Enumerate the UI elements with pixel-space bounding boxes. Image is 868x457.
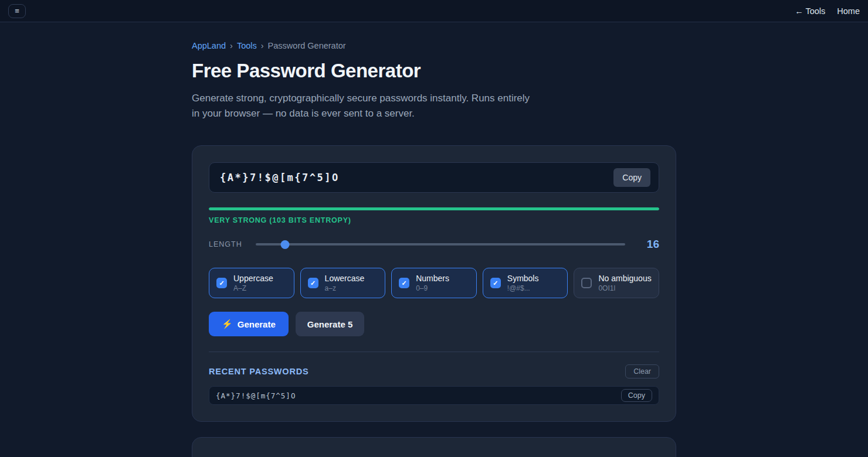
option-no-ambiguous[interactable]: No ambiguous 0OI1l xyxy=(574,268,659,298)
option-sublabel: !@#$... xyxy=(507,284,539,292)
strength-label: VERY STRONG (103 BITS ENTROPY) xyxy=(209,216,659,224)
option-sublabel: A–Z xyxy=(233,284,273,292)
option-symbols[interactable]: ✓ Symbols !@#$... xyxy=(483,268,568,298)
recent-password-text: {A*}7!$@[m{7^5]O xyxy=(216,391,296,400)
option-lowercase[interactable]: ✓ Lowercase a–z xyxy=(300,268,386,298)
generate-button-label: Generate xyxy=(238,319,276,329)
option-sublabel: a–z xyxy=(325,284,365,292)
option-label: No ambiguous xyxy=(598,274,651,283)
option-label: Uppercase xyxy=(233,274,273,283)
option-label: Symbols xyxy=(507,274,539,283)
recent-password-row: {A*}7!$@[m{7^5]O Copy xyxy=(209,386,659,405)
copy-password-button[interactable]: Copy xyxy=(613,168,650,187)
breadcrumb-appland-link[interactable]: AppLand xyxy=(192,41,226,50)
nav-tools-link[interactable]: ← Tools xyxy=(795,6,825,16)
recent-copy-button[interactable]: Copy xyxy=(621,389,652,402)
lowercase-checkbox[interactable]: ✓ xyxy=(308,278,318,288)
page-container: AppLand›Tools›Password Generator Free Pa… xyxy=(192,41,676,457)
breadcrumb-current: Password Generator xyxy=(268,41,346,50)
option-sublabel: 0OI1l xyxy=(598,284,651,292)
breadcrumb-separator: › xyxy=(261,41,264,50)
lightning-icon: ⚡ xyxy=(222,319,233,329)
symbols-checkbox[interactable]: ✓ xyxy=(490,278,501,288)
generated-password: {A*}7!$@[m{7^5]O xyxy=(220,172,340,183)
breadcrumb: AppLand›Tools›Password Generator xyxy=(192,41,676,50)
page-title: Free Password Generator xyxy=(192,60,676,82)
nav-home-link[interactable]: Home xyxy=(837,6,860,16)
hamburger-icon: ≡ xyxy=(15,7,19,15)
generator-card: {A*}7!$@[m{7^5]O Copy VERY STRONG (103 B… xyxy=(192,145,676,422)
length-label: LENGTH xyxy=(209,240,256,248)
uppercase-checkbox[interactable]: ✓ xyxy=(216,278,227,288)
length-slider[interactable] xyxy=(256,240,625,249)
recent-passwords-header: RECENT PASSWORDS Clear xyxy=(209,364,659,378)
length-slider-thumb[interactable] xyxy=(281,240,290,249)
option-label: Lowercase xyxy=(325,274,365,283)
length-slider-track xyxy=(256,243,625,245)
section-divider xyxy=(209,352,659,352)
recent-passwords-title: RECENT PASSWORDS xyxy=(209,367,308,376)
option-numbers[interactable]: ✓ Numbers 0–9 xyxy=(391,268,477,298)
no-ambiguous-checkbox[interactable] xyxy=(581,278,592,288)
info-card: What Makes a Strong Password? A strong p… xyxy=(192,437,676,457)
top-bar: ≡ ← Tools Home xyxy=(0,0,868,22)
option-sublabel: 0–9 xyxy=(416,284,449,292)
length-value: 16 xyxy=(625,238,659,251)
clear-recent-button[interactable]: Clear xyxy=(625,364,659,378)
strength-meter-track xyxy=(209,207,659,210)
top-nav: ← Tools Home xyxy=(795,6,860,16)
action-buttons: ⚡ Generate Generate 5 xyxy=(209,312,659,336)
breadcrumb-tools-link[interactable]: Tools xyxy=(237,41,257,50)
breadcrumb-separator: › xyxy=(230,41,233,50)
charset-options: ✓ Uppercase A–Z ✓ Lowercase a–z ✓ Number… xyxy=(209,268,659,298)
option-label: Numbers xyxy=(416,274,449,283)
generate-5-button[interactable]: Generate 5 xyxy=(296,312,365,336)
hamburger-menu-button[interactable]: ≡ xyxy=(8,4,26,18)
option-uppercase[interactable]: ✓ Uppercase A–Z xyxy=(209,268,294,298)
page-subtitle: Generate strong, cryptographically secur… xyxy=(192,91,532,121)
password-display-box: {A*}7!$@[m{7^5]O Copy xyxy=(209,162,659,193)
numbers-checkbox[interactable]: ✓ xyxy=(399,278,409,288)
length-row: LENGTH 16 xyxy=(209,238,659,251)
generate-button[interactable]: ⚡ Generate xyxy=(209,312,289,336)
strength-meter-fill xyxy=(209,207,659,210)
